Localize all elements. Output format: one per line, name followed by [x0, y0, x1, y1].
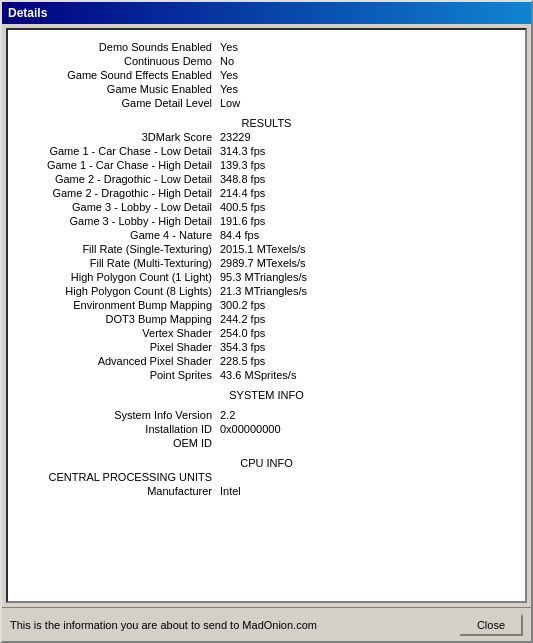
- value-cell: [216, 436, 517, 450]
- table-row: Game 3 - Lobby - Low Detail 400.5 fps: [16, 200, 517, 214]
- table-row: Fill Rate (Single-Texturing) 2015.1 MTex…: [16, 242, 517, 256]
- value-cell: 354.3 fps: [216, 340, 517, 354]
- value-cell: 84.4 fps: [216, 228, 517, 242]
- label-cell: Pixel Shader: [16, 340, 216, 354]
- label-cell: Environment Bump Mapping: [16, 298, 216, 312]
- value-cell: 244.2 fps: [216, 312, 517, 326]
- value-cell: 214.4 fps: [216, 186, 517, 200]
- value-cell: Yes: [216, 40, 517, 54]
- table-row: Continuous Demo No: [16, 54, 517, 68]
- table-row: Game 1 - Car Chase - High Detail 139.3 f…: [16, 158, 517, 172]
- details-table: Demo Sounds Enabled Yes Continuous Demo …: [16, 34, 517, 504]
- table-row: Point Sprites 43.6 MSprites/s: [16, 368, 517, 382]
- value-cell: Yes: [216, 68, 517, 82]
- table-row: Installation ID 0x00000000: [16, 422, 517, 436]
- table-row: Demo Sounds Enabled Yes: [16, 40, 517, 54]
- table-row: OEM ID: [16, 436, 517, 450]
- label-cell: Game Sound Effects Enabled: [16, 68, 216, 82]
- value-cell: 23229: [216, 130, 517, 144]
- value-cell: No: [216, 54, 517, 68]
- scrollable-panel[interactable]: Demo Sounds Enabled Yes Continuous Demo …: [6, 28, 527, 603]
- table-row: 3DMark Score 23229: [16, 130, 517, 144]
- value-cell: 314.3 fps: [216, 144, 517, 158]
- value-cell: 2015.1 MTexels/s: [216, 242, 517, 256]
- table-row: Vertex Shader 254.0 fps: [16, 326, 517, 340]
- label-cell: Game 1 - Car Chase - High Detail: [16, 158, 216, 172]
- table-row: Environment Bump Mapping 300.2 fps: [16, 298, 517, 312]
- value-cell: 21.3 MTriangles/s: [216, 284, 517, 298]
- label-cell: Manufacturer: [16, 484, 216, 498]
- label-cell: System Info Version: [16, 408, 216, 422]
- section-header-row: SYSTEM INFO: [16, 388, 517, 402]
- label-cell: CENTRAL PROCESSING UNITS: [16, 470, 216, 484]
- table-row: DOT3 Bump Mapping 244.2 fps: [16, 312, 517, 326]
- value-cell: 95.3 MTriangles/s: [216, 270, 517, 284]
- table-row: Game 2 - Dragothic - High Detail 214.4 f…: [16, 186, 517, 200]
- table-row: Game 2 - Dragothic - Low Detail 348.8 fp…: [16, 172, 517, 186]
- label-cell: Fill Rate (Single-Texturing): [16, 242, 216, 256]
- table-row: Game 3 - Lobby - High Detail 191.6 fps: [16, 214, 517, 228]
- content-area: Demo Sounds Enabled Yes Continuous Demo …: [2, 24, 531, 607]
- value-cell: Yes: [216, 82, 517, 96]
- label-cell: OEM ID: [16, 436, 216, 450]
- label-cell: Game 3 - Lobby - Low Detail: [16, 200, 216, 214]
- value-cell: 300.2 fps: [216, 298, 517, 312]
- label-cell: Game 2 - Dragothic - High Detail: [16, 186, 216, 200]
- value-cell: 400.5 fps: [216, 200, 517, 214]
- label-cell: 3DMark Score: [16, 130, 216, 144]
- value-cell: Intel: [216, 484, 517, 498]
- label-cell: Fill Rate (Multi-Texturing): [16, 256, 216, 270]
- cpu-info-header: CPU INFO: [16, 456, 517, 470]
- label-cell: Installation ID: [16, 422, 216, 436]
- value-cell: 2989.7 MTexels/s: [216, 256, 517, 270]
- section-header-row: CPU INFO: [16, 456, 517, 470]
- label-cell: Game 3 - Lobby - High Detail: [16, 214, 216, 228]
- table-row: Game Sound Effects Enabled Yes: [16, 68, 517, 82]
- table-row: Game 1 - Car Chase - Low Detail 314.3 fp…: [16, 144, 517, 158]
- label-cell: High Polygon Count (1 Light): [16, 270, 216, 284]
- value-cell: 2.2: [216, 408, 517, 422]
- value-cell: 254.0 fps: [216, 326, 517, 340]
- label-cell: High Polygon Count (8 Lights): [16, 284, 216, 298]
- table-row: Game Detail Level Low: [16, 96, 517, 110]
- label-cell: Point Sprites: [16, 368, 216, 382]
- close-button[interactable]: Close: [459, 614, 523, 636]
- title-bar: Details: [2, 2, 531, 24]
- value-cell: 228.5 fps: [216, 354, 517, 368]
- table-row: Fill Rate (Multi-Texturing) 2989.7 MTexe…: [16, 256, 517, 270]
- label-cell: Vertex Shader: [16, 326, 216, 340]
- results-header: RESULTS: [16, 116, 517, 130]
- window-title: Details: [8, 6, 47, 20]
- table-row: Game 4 - Nature 84.4 fps: [16, 228, 517, 242]
- label-cell: Continuous Demo: [16, 54, 216, 68]
- table-row: Pixel Shader 354.3 fps: [16, 340, 517, 354]
- value-cell: 139.3 fps: [216, 158, 517, 172]
- table-row: Manufacturer Intel: [16, 484, 517, 498]
- label-cell: Demo Sounds Enabled: [16, 40, 216, 54]
- table-row: Game Music Enabled Yes: [16, 82, 517, 96]
- value-cell: 43.6 MSprites/s: [216, 368, 517, 382]
- value-cell: 0x00000000: [216, 422, 517, 436]
- table-row: High Polygon Count (1 Light) 95.3 MTrian…: [16, 270, 517, 284]
- label-cell: Game 1 - Car Chase - Low Detail: [16, 144, 216, 158]
- table-row: Advanced Pixel Shader 228.5 fps: [16, 354, 517, 368]
- bottom-message: This is the information you are about to…: [10, 619, 317, 631]
- label-cell: Advanced Pixel Shader: [16, 354, 216, 368]
- table-row: CENTRAL PROCESSING UNITS: [16, 470, 517, 484]
- label-cell: Game 4 - Nature: [16, 228, 216, 242]
- label-cell: Game Music Enabled: [16, 82, 216, 96]
- bottom-bar: This is the information you are about to…: [2, 607, 531, 641]
- value-cell: 191.6 fps: [216, 214, 517, 228]
- label-cell: DOT3 Bump Mapping: [16, 312, 216, 326]
- section-header-row: RESULTS: [16, 116, 517, 130]
- table-row: High Polygon Count (8 Lights) 21.3 MTria…: [16, 284, 517, 298]
- label-cell: Game Detail Level: [16, 96, 216, 110]
- table-row: System Info Version 2.2: [16, 408, 517, 422]
- system-info-header: SYSTEM INFO: [16, 388, 517, 402]
- value-cell: 348.8 fps: [216, 172, 517, 186]
- value-cell: Low: [216, 96, 517, 110]
- main-window: Details Demo Sounds Enabled Yes Continuo…: [0, 0, 533, 643]
- label-cell: Game 2 - Dragothic - Low Detail: [16, 172, 216, 186]
- value-cell: [216, 470, 517, 484]
